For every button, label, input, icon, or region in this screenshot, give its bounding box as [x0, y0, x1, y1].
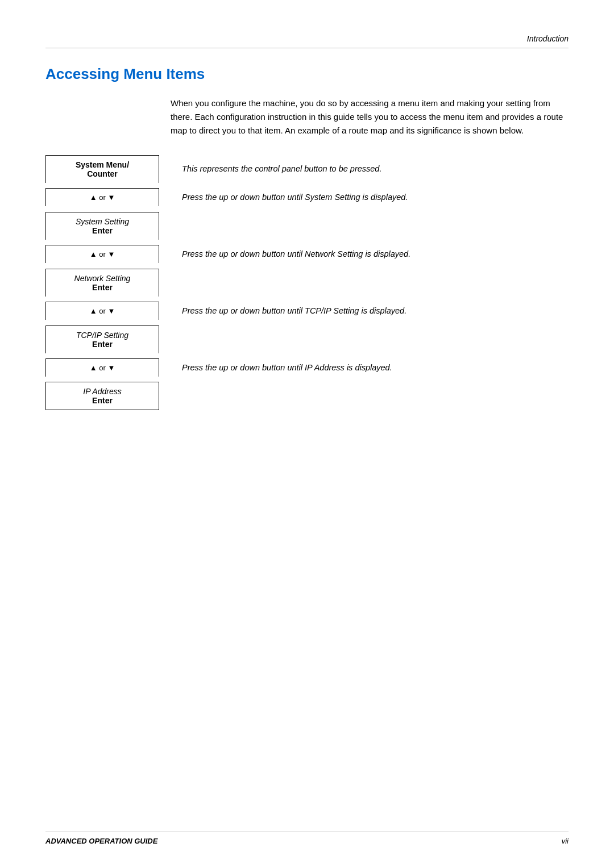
- content-area: System Menu/CounterThis represents the c…: [45, 155, 569, 410]
- annotation: Press the up or down button until System…: [182, 193, 569, 202]
- page-footer: ADVANCED OPERATION GUIDE vii: [45, 832, 569, 845]
- menu-cell: IP AddressEnter: [45, 382, 159, 410]
- menu-cell: ▲ or ▼: [45, 302, 159, 320]
- menu-cell: ▲ or ▼: [45, 188, 159, 206]
- footer-right: vii: [562, 837, 569, 845]
- menu-cell: TCP/IP SettingEnter: [45, 326, 159, 353]
- page-container: Introduction Accessing Menu Items When y…: [0, 0, 614, 868]
- annotation: This represents the control panel button…: [182, 164, 569, 173]
- menu-cell: System Menu/Counter: [45, 155, 159, 183]
- menu-cell: System SettingEnter: [45, 212, 159, 240]
- menu-row: System Menu/CounterThis represents the c…: [45, 155, 569, 183]
- annotation: Press the up or down button until IP Add…: [182, 363, 569, 372]
- section-title: Accessing Menu Items: [45, 65, 569, 83]
- annotation: Press the up or down button until TCP/IP…: [182, 306, 569, 315]
- page-header: Introduction: [45, 34, 569, 43]
- menu-row: System SettingEnter: [45, 211, 569, 240]
- menu-row: Network SettingEnter: [45, 268, 569, 297]
- intro-paragraph: When you configure the machine, you do s…: [171, 97, 569, 137]
- annotation: Press the up or down button until Networ…: [182, 249, 569, 258]
- footer-left: ADVANCED OPERATION GUIDE: [45, 837, 157, 845]
- menu-cell: ▲ or ▼: [45, 358, 159, 377]
- menu-cell: ▲ or ▼: [45, 245, 159, 263]
- menu-row: TCP/IP SettingEnter: [45, 325, 569, 353]
- menu-row: IP AddressEnter: [45, 382, 569, 410]
- header-rule: [45, 48, 569, 48]
- header-title: Introduction: [527, 34, 569, 43]
- menu-cell: Network SettingEnter: [45, 269, 159, 297]
- menu-row: ▲ or ▼Press the up or down button until …: [45, 297, 569, 325]
- menu-row: ▲ or ▼Press the up or down button until …: [45, 240, 569, 268]
- menu-row: ▲ or ▼Press the up or down button until …: [45, 353, 569, 382]
- menu-row: ▲ or ▼Press the up or down button until …: [45, 183, 569, 211]
